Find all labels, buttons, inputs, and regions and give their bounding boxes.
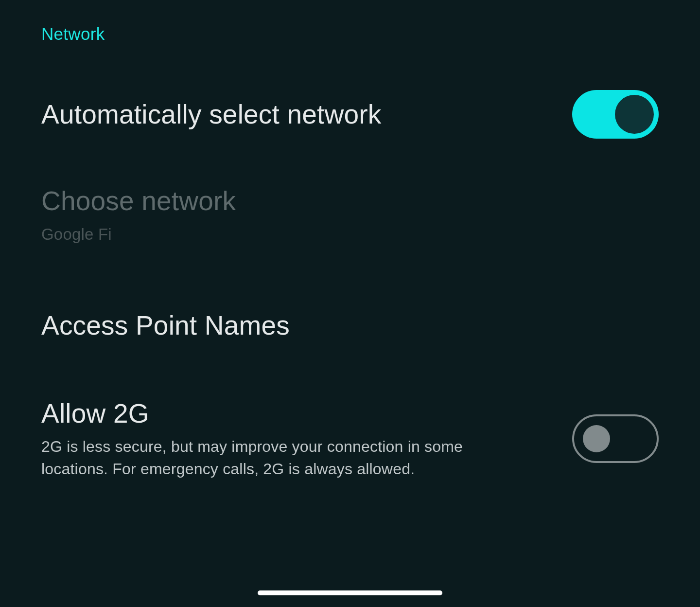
setting-subtitle: Google Fi <box>41 223 527 246</box>
setting-title: Choose network <box>41 185 527 217</box>
setting-title: Automatically select network <box>41 98 527 130</box>
setting-title: Access Point Names <box>41 309 527 341</box>
setting-text: Allow 2G 2G is less secure, but may impr… <box>41 397 527 481</box>
navigation-handle[interactable] <box>258 590 442 595</box>
setting-text: Access Point Names <box>41 309 527 341</box>
setting-auto-select-network[interactable]: Automatically select network <box>41 90 659 139</box>
setting-text: Choose network Google Fi <box>41 185 527 246</box>
setting-access-point-names[interactable]: Access Point Names <box>41 309 659 341</box>
auto-select-network-toggle[interactable] <box>572 90 659 139</box>
toggle-knob <box>615 95 654 134</box>
setting-subtitle: 2G is less secure, but may improve your … <box>41 435 527 481</box>
allow-2g-toggle[interactable] <box>572 414 659 463</box>
setting-choose-network: Choose network Google Fi <box>41 185 659 246</box>
section-header-network: Network <box>41 24 659 44</box>
setting-title: Allow 2G <box>41 397 527 429</box>
setting-text: Automatically select network <box>41 98 527 130</box>
setting-allow-2g[interactable]: Allow 2G 2G is less secure, but may impr… <box>41 397 659 481</box>
network-settings-panel: Network Automatically select network Cho… <box>0 0 700 481</box>
toggle-knob <box>583 425 610 452</box>
